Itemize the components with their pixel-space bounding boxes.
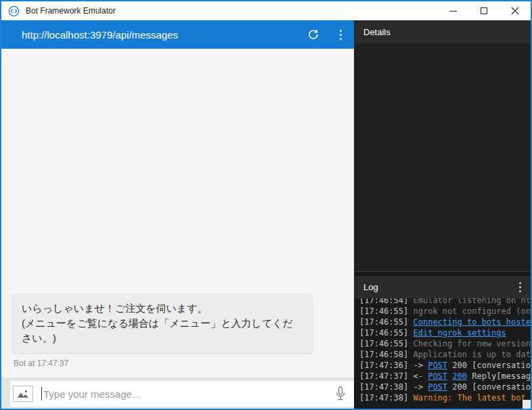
close-icon	[511, 7, 519, 15]
log-timestamp: [17:47:38]	[359, 393, 413, 403]
picture-icon	[17, 389, 29, 398]
bot-message-text: (メニューをご覧になる場合は「メニュー」と入力してください。)	[22, 316, 303, 346]
log-body: [17:46:54] Emulator listening on http[17…	[354, 298, 531, 409]
endpoint-actions	[307, 28, 342, 41]
message-composer	[1, 378, 354, 409]
log-timestamp: [17:47:36]	[359, 361, 413, 370]
log-text: Emulator listening on http	[413, 298, 531, 305]
message-input[interactable]	[42, 388, 327, 400]
inspector-pane: Details Log [17:46:54] Emulator listenin…	[354, 20, 531, 409]
log-entry: [17:47:38] Warning: The latest bot SD	[359, 392, 531, 403]
log-entry: [17:47:36] -> POST 200 [conversationU	[359, 360, 531, 371]
log-link[interactable]: POST	[428, 371, 447, 381]
titlebar: Bot Framework Emulator	[1, 1, 531, 20]
details-panel-body	[354, 43, 531, 271]
log-link[interactable]: Edit ngrok settings	[413, 328, 506, 338]
minimize-icon	[449, 11, 457, 12]
log-text: ->	[413, 361, 428, 370]
bot-message-timestamp: Bot at 17:47:37	[14, 359, 343, 368]
bot-framework-logo-icon	[8, 5, 20, 17]
bot-endpoint-bar: http://localhost:3979/api/messages	[1, 20, 354, 49]
log-entry: [17:46:55] Connecting to bots hosted	[359, 317, 531, 327]
log-entry: [17:46:55] Edit ngrok settings	[359, 327, 531, 338]
emulator-window: Bot Framework Emulator http://localhost:…	[0, 0, 532, 410]
conversation-pane: http://localhost:3979/api/messages いらっしゃ…	[1, 20, 354, 409]
log-text: ngrok not configured (only	[413, 306, 531, 316]
details-panel-title: Details	[363, 27, 391, 37]
vertical-ellipsis-icon	[340, 30, 342, 40]
bot-message-bubble[interactable]: いらっしゃいませ！ご注文を伺います。(メニューをご覧になる場合は「メニュー」と入…	[12, 294, 313, 353]
log-text: Checking for new version..	[413, 339, 531, 348]
composer-field	[10, 381, 354, 407]
log-link[interactable]: 200	[452, 371, 467, 381]
log-entry: [17:46:55] ngrok not configured (only	[359, 306, 531, 317]
log-text: Warning: The latest bot SD	[413, 393, 531, 403]
upload-image-button[interactable]	[13, 386, 33, 402]
conversation-menu-button[interactable]	[340, 30, 342, 40]
window-controls	[437, 1, 531, 20]
chat-transcript: いらっしゃいませ！ご注文を伺います。(メニューをご覧になる場合は「メニュー」と入…	[1, 49, 354, 378]
log-text: 200 [conversationU	[447, 382, 531, 392]
log-timestamp: [17:47:37]	[359, 371, 413, 381]
close-button[interactable]	[500, 1, 531, 20]
endpoint-url[interactable]: http://localhost:3979/api/messages	[22, 29, 178, 41]
log-timestamp: [17:46:54]	[359, 298, 413, 305]
minimize-button[interactable]	[437, 1, 468, 20]
log-link[interactable]: POST	[428, 361, 447, 370]
microphone-button[interactable]	[327, 381, 354, 407]
log-text: Application is up to date.	[413, 350, 531, 359]
log-entry: [17:47:37] <- POST 200 Reply[message]	[359, 371, 531, 382]
maximize-button[interactable]	[468, 1, 500, 20]
log-entry: [17:47:38] -> POST 200 [conversationU	[359, 382, 531, 392]
log-panel-title: Log	[363, 282, 378, 292]
log-link[interactable]: Connecting to bots hosted	[413, 317, 531, 327]
log-text: <-	[413, 371, 428, 381]
log-scrollbar-thumb[interactable]	[523, 400, 531, 409]
log-menu-button[interactable]	[519, 282, 521, 292]
log-panel-header: Log	[354, 276, 531, 298]
log-timestamp: [17:47:38]	[359, 382, 413, 392]
log-timestamp: [17:46:55]	[359, 306, 413, 316]
window-title: Bot Framework Emulator	[26, 6, 116, 16]
log-timestamp: [17:46:55]	[359, 339, 413, 348]
log-entry: [17:46:58] Application is up to date.	[359, 349, 531, 360]
log-text: Reply[message]	[467, 371, 531, 381]
maximize-icon	[481, 7, 487, 14]
log-text: ->	[413, 382, 428, 392]
log-timestamp: [17:46:55]	[359, 328, 413, 338]
log-timestamp: [17:46:58]	[359, 350, 413, 359]
mic-icon	[336, 386, 345, 401]
main-split: http://localhost:3979/api/messages いらっしゃ…	[1, 20, 531, 409]
details-panel-header: Details	[354, 20, 531, 43]
log-entry: [17:46:55] Checking for new version..	[359, 338, 531, 349]
log-timestamp: [17:46:55]	[359, 317, 413, 327]
log-text: 200 [conversationU	[447, 361, 531, 370]
refresh-icon	[307, 28, 319, 41]
reconnect-button[interactable]	[307, 28, 319, 41]
bot-message-text: いらっしゃいませ！ご注文を伺います。	[22, 301, 303, 316]
log-link[interactable]: POST	[428, 382, 447, 392]
log-entry: [17:46:54] Emulator listening on http	[359, 298, 531, 306]
